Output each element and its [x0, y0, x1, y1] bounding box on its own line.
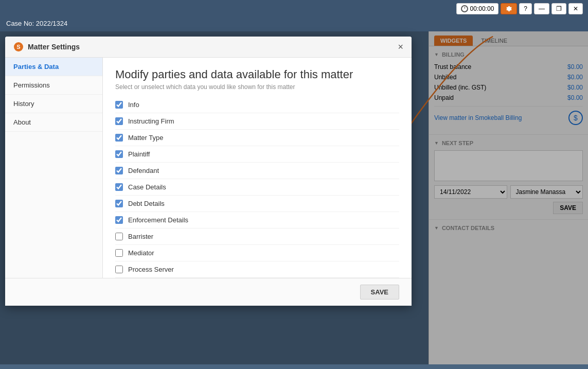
checkbox-debt-details[interactable]: [115, 200, 123, 207]
checkbox-label-info[interactable]: Info: [128, 101, 139, 109]
dialog-body: Parties & Data Permissions History About…: [5, 58, 412, 278]
dialog-sidebar: Parties & Data Permissions History About: [5, 58, 103, 278]
checkbox-enforcement-details[interactable]: [115, 216, 123, 224]
content-subtitle: Select or unselect which data you would …: [115, 83, 399, 91]
sidebar-item-history[interactable]: History: [5, 95, 102, 113]
checkbox-label-defendant[interactable]: Defendant: [128, 167, 159, 174]
checkbox-case-details[interactable]: [115, 183, 123, 191]
checkbox-instructing-firm[interactable]: [115, 117, 123, 125]
checkbox-barrister[interactable]: [115, 233, 123, 240]
dialog-save-button[interactable]: SAVE: [360, 285, 399, 300]
dialog-overlay: S Matter Settings × Parties & Data Permi…: [0, 31, 588, 364]
sidebar-item-permissions[interactable]: Permissions: [5, 76, 102, 95]
settings-button[interactable]: [501, 3, 517, 14]
gear-icon: [505, 5, 512, 12]
checkbox-item-mediator: Mediator: [115, 245, 399, 261]
checkbox-mediator[interactable]: [115, 249, 123, 257]
case-number: Case No: 2022/1324: [6, 20, 67, 27]
checkbox-item-info: Info: [115, 97, 399, 113]
checkbox-item-defendant: Defendant: [115, 163, 399, 179]
restore-button[interactable]: ❐: [551, 3, 566, 14]
timer-button[interactable]: 00:00:00: [456, 3, 499, 14]
checkbox-item-enforcement-details: Enforcement Details: [115, 212, 399, 229]
content-title: Modify parties and data available for th…: [115, 68, 399, 81]
checkbox-item-case-details: Case Details: [115, 179, 399, 196]
dialog-title-row: S Matter Settings: [13, 42, 80, 52]
checkbox-process-server[interactable]: [115, 266, 123, 273]
content-header: Modify parties and data available for th…: [103, 58, 412, 97]
smokeball-logo-icon: S: [13, 42, 24, 52]
checkbox-item-instructing-firm: Instructing Firm: [115, 113, 399, 130]
checkbox-defendant[interactable]: [115, 167, 123, 174]
checkbox-matter-type[interactable]: [115, 134, 123, 142]
checkbox-label-debt-details[interactable]: Debt Details: [128, 200, 165, 207]
checkbox-info[interactable]: [115, 101, 123, 109]
dialog-footer: SAVE: [5, 278, 412, 306]
matter-settings-dialog: S Matter Settings × Parties & Data Permi…: [5, 37, 412, 306]
checkbox-item-process-server: Process Server: [115, 261, 399, 278]
minimize-button[interactable]: —: [534, 3, 549, 14]
checkbox-label-mediator[interactable]: Mediator: [128, 249, 154, 257]
sidebar-item-parties-data[interactable]: Parties & Data: [5, 58, 102, 76]
close-button[interactable]: ✕: [568, 3, 583, 14]
checkbox-item-matter-type: Matter Type: [115, 130, 399, 146]
svg-text:S: S: [16, 44, 20, 50]
checkbox-label-instructing-firm[interactable]: Instructing Firm: [128, 117, 174, 125]
main-area: WIDGETS TIMELINE BILLING Trust balance $…: [0, 31, 588, 364]
checkbox-label-process-server[interactable]: Process Server: [128, 266, 174, 273]
dialog-content: Modify parties and data available for th…: [103, 58, 412, 278]
checkbox-label-plaintiff[interactable]: Plaintiff: [128, 150, 150, 158]
dialog-title: Matter Settings: [28, 43, 80, 51]
checkbox-item-barrister: Barrister: [115, 229, 399, 245]
checkbox-plaintiff[interactable]: [115, 150, 123, 158]
checkbox-item-plaintiff: Plaintiff: [115, 146, 399, 163]
checkbox-item-debt-details: Debt Details: [115, 196, 399, 212]
case-bar: Case No: 2022/1324: [0, 17, 588, 31]
checkbox-label-matter-type[interactable]: Matter Type: [128, 134, 163, 142]
checkbox-label-barrister[interactable]: Barrister: [128, 233, 153, 240]
help-button[interactable]: ?: [519, 3, 532, 14]
clock-icon: [461, 5, 468, 12]
dialog-close-button[interactable]: ×: [398, 42, 403, 51]
dialog-header: S Matter Settings ×: [5, 37, 412, 58]
checkbox-label-enforcement-details[interactable]: Enforcement Details: [128, 216, 188, 224]
sidebar-item-about[interactable]: About: [5, 113, 102, 132]
checkbox-label-case-details[interactable]: Case Details: [128, 183, 166, 191]
top-bar: 00:00:00 ? — ❐ ✕: [0, 0, 588, 17]
timer-label: 00:00:00: [470, 5, 494, 12]
checkbox-list: InfoInstructing FirmMatter TypePlaintiff…: [103, 97, 412, 278]
